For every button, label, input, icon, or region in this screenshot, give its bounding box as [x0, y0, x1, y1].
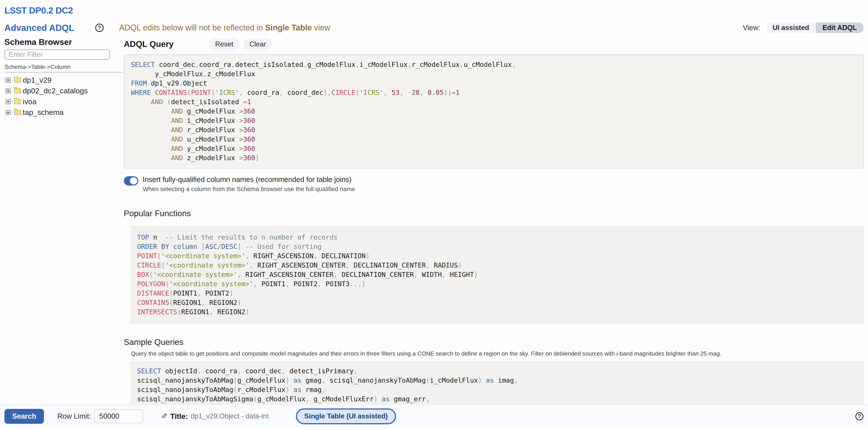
tree-item-dp1_v29[interactable]: + dp1_v29	[4, 75, 124, 86]
single-table-button[interactable]: Single Table (UI assisted)	[296, 408, 396, 424]
toggle-label: Insert fully-qualified column names (rec…	[143, 176, 355, 184]
toggle-description: When selecting a column from the Schema …	[143, 186, 355, 193]
columns: Schema Browser Schema->Table->Column + d…	[0, 37, 868, 404]
schema-browser-title: Schema Browser	[4, 37, 124, 47]
folder-icon	[14, 99, 21, 104]
advanced-adql-panel: LSST DP0.2 DC2 Advanced ADQL ? ADQL edit…	[0, 0, 868, 428]
title-label: Title:	[170, 412, 188, 421]
footer-bar: Search Row Limit: ✎ Title: dp1_v29.Objec…	[0, 404, 868, 428]
tree-connector	[11, 91, 13, 91]
main-column: ADQL Query Reset Clear SELECT coord_dec,…	[124, 37, 868, 404]
folder-icon	[14, 110, 21, 115]
schema-browser: Schema Browser Schema->Table->Column + d…	[0, 37, 124, 118]
qualified-names-toggle[interactable]	[124, 176, 138, 186]
tree-connector	[11, 101, 13, 102]
popular-functions-title: Popular Functions	[124, 209, 864, 218]
sample-query-panel[interactable]: SELECT objectId, coord_ra, coord_dec, de…	[130, 361, 864, 404]
page-title: Advanced ADQL	[4, 23, 74, 33]
expand-icon[interactable]: +	[5, 110, 11, 115]
tree-item-ivoa[interactable]: + ivoa	[4, 96, 124, 107]
tree-connector	[11, 80, 13, 80]
toggle-knob	[130, 177, 137, 185]
tree-item-label: dp1_v29	[23, 76, 52, 84]
scroll-content: LSST DP0.2 DC2 Advanced ADQL ? ADQL edit…	[0, 0, 868, 404]
tree-item-tap_schema[interactable]: + tap_schema	[4, 107, 124, 118]
expand-icon[interactable]: +	[5, 88, 11, 93]
tree-item-label: dp02_dc2_catalogs	[23, 86, 88, 95]
view-segmented-control: UI assisted Edit ADQL	[766, 23, 864, 33]
adql-query-title: ADQL Query	[124, 39, 174, 49]
view-option-ui-assisted[interactable]: UI assisted	[766, 23, 816, 33]
subheader: Advanced ADQL ? ADQL edits below will no…	[0, 22, 868, 33]
folder-icon	[14, 78, 21, 83]
expand-icon[interactable]: +	[5, 99, 11, 104]
reset-button[interactable]: Reset	[209, 38, 240, 50]
schema-tree: + dp1_v29 + dp02_dc2_catalogs + ivoa	[4, 75, 124, 118]
toggle-text: Insert fully-qualified column names (rec…	[143, 176, 355, 193]
adql-query-header: ADQL Query Reset Clear	[124, 38, 864, 50]
row-limit-input[interactable]	[94, 409, 143, 423]
warning-prefix: ADQL edits below will not be reflected i…	[119, 23, 265, 32]
title-value: dp1_v29.Object - data-int	[191, 412, 269, 420]
sample-queries-title: Sample Queries	[124, 337, 864, 347]
tree-item-label: tap_schema	[23, 108, 64, 117]
view-option-edit-adql[interactable]: Edit ADQL	[816, 23, 864, 33]
view-switcher: View: UI assisted Edit ADQL	[743, 23, 864, 33]
adql-warning: ADQL edits below will not be reflected i…	[119, 23, 330, 32]
schema-filter-input[interactable]	[4, 50, 110, 60]
edit-title-icon[interactable]: ✎	[161, 412, 167, 421]
tree-item-label: ivoa	[23, 97, 37, 106]
clear-button[interactable]: Clear	[243, 38, 272, 50]
popular-functions-panel[interactable]: TOP n -- Limit the results to n number o…	[130, 226, 864, 324]
warning-suffix: view	[312, 23, 330, 32]
expand-icon[interactable]: +	[5, 78, 11, 83]
tree-item-dp02_dc2_catalogs[interactable]: + dp02_dc2_catalogs	[4, 86, 124, 96]
help-icon[interactable]: ?	[855, 412, 864, 421]
view-label: View:	[743, 24, 760, 32]
sample-query-description: Query the object table to get positions …	[131, 350, 864, 357]
folder-icon	[14, 88, 21, 93]
service-title: LSST DP0.2 DC2	[4, 5, 864, 16]
row-limit-label: Row Limit:	[57, 412, 91, 421]
qualified-names-toggle-row: Insert fully-qualified column names (rec…	[124, 176, 864, 193]
warning-bold: Single Table	[265, 23, 312, 32]
adql-query-editor[interactable]: SELECT coord_dec,coord_ra,detect_isIsola…	[124, 54, 864, 169]
schema-hierarchy-hint: Schema->Table->Column	[4, 63, 123, 73]
help-icon[interactable]: ?	[95, 24, 104, 32]
tree-connector	[11, 112, 13, 113]
header: LSST DP0.2 DC2	[0, 0, 868, 16]
search-button[interactable]: Search	[4, 409, 44, 424]
